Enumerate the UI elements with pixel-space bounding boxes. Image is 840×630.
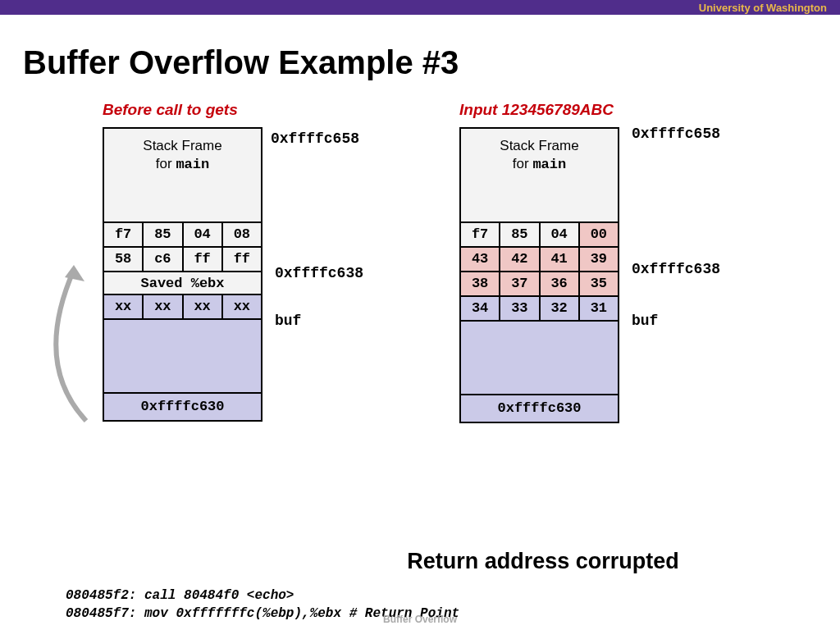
left-saved-ebx: Saved %ebx bbox=[104, 272, 261, 295]
right-row2: 43 42 41 39 bbox=[461, 248, 618, 272]
right-addr-mid: 0xffffc638 bbox=[632, 261, 720, 277]
right-addr-buf: buf bbox=[632, 313, 658, 329]
left-stack-frame: Stack Frame for main bbox=[104, 129, 261, 223]
right-subtitle: Input 123456789ABC bbox=[459, 101, 619, 119]
left-row2: 58 c6 ff ff bbox=[104, 248, 261, 272]
footer-label: Buffer Overflow bbox=[0, 614, 840, 625]
left-spacer bbox=[104, 320, 261, 394]
right-row3: 38 37 36 35 bbox=[461, 272, 618, 297]
right-column: Input 123456789ABC Stack Frame for main … bbox=[459, 101, 619, 423]
left-addr-buf: buf bbox=[275, 313, 301, 329]
right-stack: Stack Frame for main f7 85 04 00 43 42 4… bbox=[459, 127, 619, 423]
right-addr-top: 0xffffc658 bbox=[632, 126, 720, 142]
right-buf-row: 34 33 32 31 bbox=[461, 297, 618, 322]
right-spacer bbox=[461, 322, 618, 395]
right-row1: f7 85 04 00 bbox=[461, 223, 618, 248]
diagram-area: Before call to gets Stack Frame for main… bbox=[0, 101, 840, 527]
return-arrow bbox=[29, 265, 111, 429]
right-stack-frame: Stack Frame for main bbox=[461, 129, 618, 223]
svg-marker-0 bbox=[65, 265, 84, 281]
left-buf-row: xx xx xx xx bbox=[104, 295, 261, 320]
left-row1: f7 85 04 08 bbox=[104, 223, 261, 248]
left-column: Before call to gets Stack Frame for main… bbox=[103, 101, 262, 422]
left-subtitle: Before call to gets bbox=[103, 101, 262, 119]
top-bar: University of Washington bbox=[0, 0, 840, 15]
return-corrupted-label: Return address corrupted bbox=[246, 549, 840, 574]
left-stack: Stack Frame for main f7 85 04 08 58 c6 f… bbox=[103, 127, 262, 422]
org-label: University of Washington bbox=[699, 2, 827, 14]
left-addr-mid: 0xffffc638 bbox=[275, 265, 363, 281]
right-bottom-addr: 0xffffc630 bbox=[461, 395, 618, 422]
left-bottom-addr: 0xffffc630 bbox=[104, 394, 261, 420]
left-addr-top: 0xffffc658 bbox=[271, 130, 359, 147]
slide-title: Buffer Overflow Example #3 bbox=[23, 44, 840, 81]
code-line-1: 080485f2: call 80484f0 <echo> bbox=[66, 587, 840, 605]
